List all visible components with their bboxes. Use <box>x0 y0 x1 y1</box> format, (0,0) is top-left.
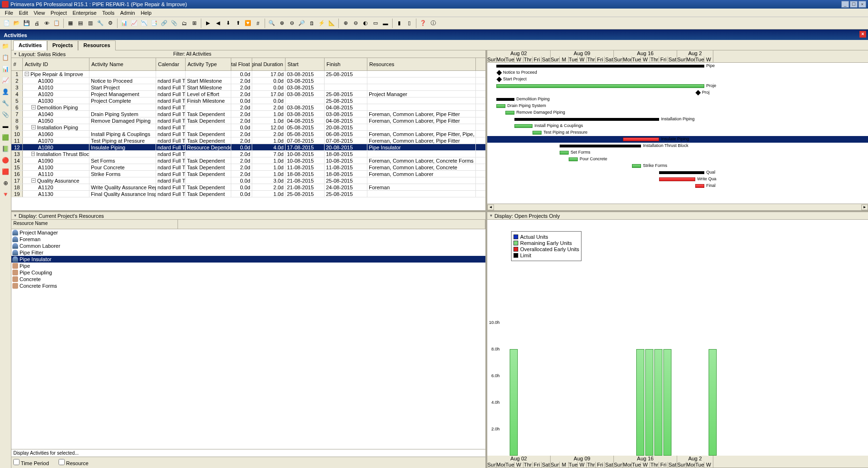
tab-activities[interactable]: Activities <box>13 40 47 50</box>
sidebar-button[interactable]: 📋 <box>1 53 10 62</box>
sidebar-button[interactable]: ▬ <box>1 122 10 130</box>
toolbar-button[interactable]: 🗓 <box>307 19 316 28</box>
toolbar-button[interactable]: ⬇ <box>223 19 233 28</box>
toolbar-button[interactable]: 🖨 <box>32 19 41 28</box>
chart-body[interactable]: Actual UnitsRemaining Early UnitsOverall… <box>487 220 868 456</box>
resource-row[interactable]: Pipe Fitter <box>11 249 485 256</box>
sidebar-button[interactable]: 📊 <box>1 65 10 73</box>
toolbar-button[interactable]: ▯ <box>404 19 414 28</box>
toolbar-button[interactable]: ⊕ <box>277 19 286 28</box>
scroll-left-icon[interactable]: ◄ <box>487 205 494 210</box>
toolbar-button[interactable]: ⊕ <box>341 19 350 28</box>
resource-list[interactable]: Project ManagerForemanCommon LaborerPipe… <box>11 229 485 449</box>
table-row[interactable]: 18A1120Write Quality Assurance Reportnda… <box>11 184 485 191</box>
toolbar-button[interactable]: ▶ <box>203 19 213 28</box>
table-row[interactable]: 10A1060Install Piping & Couplingsndard F… <box>11 131 485 137</box>
sidebar-button[interactable]: 📁 <box>1 42 10 50</box>
toolbar-button[interactable]: ⓘ <box>428 19 438 28</box>
column-header[interactable]: Start <box>286 58 325 70</box>
toolbar-button[interactable]: ◀ <box>213 19 223 28</box>
table-row[interactable]: 12A1080Insulate Pipingndard Full TimeRes… <box>11 144 485 151</box>
resource-check[interactable]: Resource <box>59 459 89 466</box>
table-row[interactable]: 15A1100Pour Concretendard Full TimeTask … <box>11 164 485 171</box>
toolbar-button[interactable]: 📂 <box>12 19 21 28</box>
table-row[interactable]: 19A1130Final Quality Assurance Inspectio… <box>11 191 485 197</box>
close-button[interactable]: × <box>858 1 866 8</box>
column-header[interactable]: Original Duration <box>252 58 286 70</box>
table-row[interactable]: 4A1020Project Managementndard Full TimeL… <box>11 91 485 98</box>
column-header[interactable]: Activity Name <box>89 58 156 70</box>
column-header[interactable]: Activity ID <box>23 58 89 70</box>
resource-row[interactable]: Concrete <box>11 276 485 283</box>
table-row[interactable]: 17−Quality Assurancendard Full Time0.0d3… <box>11 177 485 184</box>
gantt-scrollbar[interactable]: ◄ ► <box>487 204 868 210</box>
table-row[interactable]: 16A1110Strike Formsndard Full TimeTask D… <box>11 171 485 177</box>
resource-display-bar[interactable]: ▼ Display: Current Project's Resources <box>11 212 485 220</box>
sidebar-button[interactable]: 📎 <box>1 110 10 119</box>
toolbar-button[interactable]: 📑 <box>149 19 159 28</box>
sidebar-button[interactable]: 🔻 <box>1 190 10 199</box>
menu-edit[interactable]: Edit <box>16 10 31 16</box>
table-row[interactable]: 13−Installation Thrust Blockndard Full T… <box>11 151 485 157</box>
toolbar-button[interactable]: ⚙ <box>106 19 115 28</box>
table-row[interactable]: 3A1010Start Projectndard Full TimeStart … <box>11 84 485 91</box>
sidebar-button[interactable]: ⊕ <box>1 179 10 187</box>
table-row[interactable]: 8A1050Remove Damaged Pipingndard Full Ti… <box>11 117 485 124</box>
toolbar-button[interactable]: 📄 <box>2 19 11 28</box>
toolbar-button[interactable]: 📐 <box>327 19 336 28</box>
toolbar-button[interactable]: ⊖ <box>351 19 360 28</box>
grid-rows[interactable]: 1−Pipe Repair & Improve0.0d17.0d03-08-20… <box>11 71 485 210</box>
toolbar-button[interactable]: ▥ <box>86 19 95 28</box>
toolbar-button[interactable]: ▭ <box>371 19 380 28</box>
resource-row[interactable]: Project Manager <box>11 229 485 236</box>
resource-row[interactable]: Pipe <box>11 263 485 269</box>
toolbar-button[interactable]: 💾 <box>22 19 31 28</box>
resource-row[interactable]: Foreman <box>11 236 485 243</box>
toolbar-button[interactable]: ▬ <box>381 19 390 28</box>
menu-tools[interactable]: Tools <box>99 10 118 16</box>
minimize-button[interactable]: _ <box>841 1 849 8</box>
time-period-check[interactable]: Time Period <box>13 459 49 466</box>
tab-resources[interactable]: Resources <box>78 40 115 50</box>
menu-enterprise[interactable]: Enterprise <box>70 10 99 16</box>
tab-projects[interactable]: Projects <box>47 40 78 50</box>
table-row[interactable]: 7A1040Drain Piping Systemndard Full Time… <box>11 111 485 117</box>
toolbar-button[interactable]: 📈 <box>129 19 139 28</box>
table-row[interactable]: 9−Installation Pipingndard Full Time0.0d… <box>11 124 485 131</box>
toolbar-button[interactable]: ▮ <box>395 19 404 28</box>
menu-view[interactable]: View <box>31 10 48 16</box>
menu-admin[interactable]: Admin <box>117 10 138 16</box>
toolbar-button[interactable]: 📉 <box>139 19 149 28</box>
toolbar-button[interactable]: 🗂 <box>179 19 189 28</box>
table-row[interactable]: 2A1000Notice to Proceedndard Full TimeSt… <box>11 78 485 84</box>
sidebar-button[interactable]: 🔧 <box>1 99 10 107</box>
scroll-right-icon[interactable]: ► <box>861 205 868 210</box>
menu-help[interactable]: Help <box>138 10 155 16</box>
toolbar-button[interactable]: ⊖ <box>287 19 296 28</box>
toolbar-button[interactable]: 🔗 <box>159 19 169 28</box>
table-row[interactable]: 6−Demolition Pipingndard Full Time2.0d2.… <box>11 104 485 111</box>
resource-row[interactable]: Common Laborer <box>11 243 485 249</box>
section-close-icon[interactable]: × <box>859 31 866 38</box>
resource-row[interactable]: Concrete Forms <box>11 283 485 289</box>
toolbar-button[interactable]: 🔽 <box>243 19 253 28</box>
toolbar-button[interactable]: ⊞ <box>189 19 199 28</box>
table-row[interactable]: 14A1090Set Formsndard Full TimeTask Depe… <box>11 157 485 164</box>
gantt-body[interactable]: PipeNotice to ProceedStart ProjectProjeP… <box>487 63 868 204</box>
sidebar-button[interactable]: 🔴 <box>1 156 10 165</box>
menu-file[interactable]: File <box>2 10 16 16</box>
toolbar-button[interactable]: 🔧 <box>96 19 105 28</box>
toolbar-button[interactable]: 👁 <box>42 19 51 28</box>
toolbar-button[interactable]: 🔍 <box>267 19 276 28</box>
toolbar-button[interactable]: 📋 <box>52 19 61 28</box>
menu-project[interactable]: Project <box>48 10 69 16</box>
sidebar-button[interactable]: 📈 <box>1 76 10 85</box>
column-header[interactable]: Total Float <box>231 58 252 70</box>
toolbar-button[interactable]: 🔎 <box>297 19 306 28</box>
resource-row[interactable]: Pipe Insulator <box>11 256 485 263</box>
toolbar-button[interactable]: ◐ <box>361 19 370 28</box>
table-row[interactable]: 11A1070Test Piping at Pressurendard Full… <box>11 137 485 144</box>
toolbar-button[interactable]: ❓ <box>418 19 428 28</box>
toolbar-button[interactable]: ▦ <box>66 19 75 28</box>
column-header[interactable]: Finish <box>325 58 367 70</box>
